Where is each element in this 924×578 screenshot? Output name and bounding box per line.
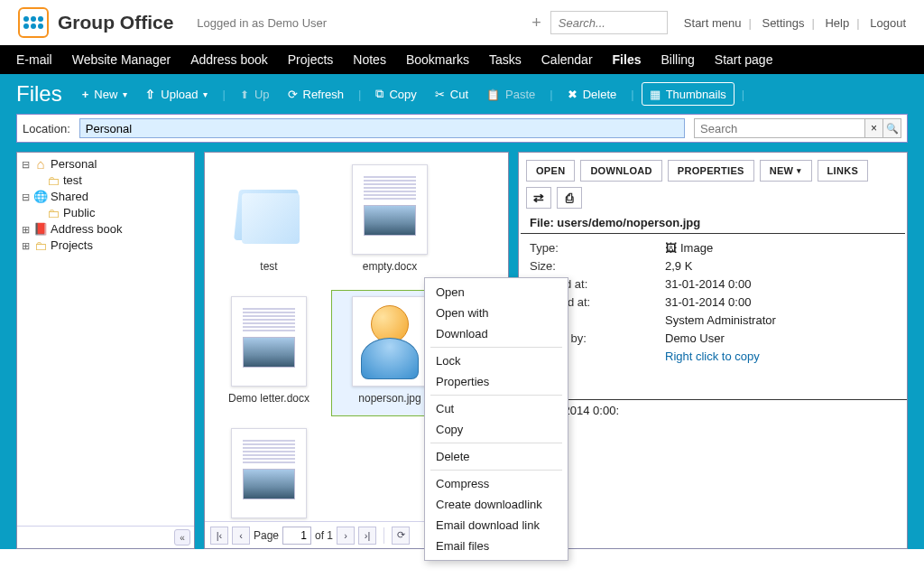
nav-projects[interactable]: Projects <box>288 52 334 67</box>
details-pane: OPEN DOWNLOAD PROPERTIES NEW▾ LINKS File… <box>518 152 908 549</box>
nav-website-manager[interactable]: Website Manager <box>72 52 171 67</box>
page-title: Files <box>16 81 62 107</box>
chevron-left-icon <box>180 533 185 543</box>
ctx-open[interactable]: Open <box>425 282 568 303</box>
ctx-compress[interactable]: Compress <box>425 473 568 494</box>
location-input[interactable] <box>79 118 685 138</box>
nav-calendar[interactable]: Calendar <box>541 52 593 67</box>
tree-toggle-icon[interactable]: ⊟ <box>21 156 31 172</box>
property-row: Created at:31-01-2014 0:00 <box>530 275 896 294</box>
upload-button[interactable]: Upload▾ <box>138 82 215 106</box>
pager-next-button[interactable]: › <box>337 527 355 545</box>
review-heading: review <box>519 382 907 400</box>
ctx-open-with[interactable]: Open with <box>425 303 568 323</box>
property-value: Demo User <box>665 330 896 348</box>
tree-item-label: Public <box>63 205 95 221</box>
copy-link[interactable]: Right click to copy <box>665 350 760 363</box>
global-search-input[interactable] <box>550 11 668 34</box>
property-value: 2,9 K <box>665 257 896 275</box>
file-item[interactable]: empty.odt <box>210 422 328 521</box>
nav-bookmarks[interactable]: Bookmarks <box>406 52 469 67</box>
file-path-heading: File: users/demo/noperson.jpg <box>521 216 905 234</box>
tree-toggle-icon[interactable]: ⊞ <box>21 238 31 254</box>
ctx-properties[interactable]: Properties <box>425 371 568 392</box>
refresh-button[interactable]: Refresh <box>281 82 352 106</box>
help-link[interactable]: Help <box>825 16 849 30</box>
tree-toggle-icon[interactable]: ⊟ <box>21 189 31 205</box>
properties-button[interactable]: PROPERTIES <box>668 160 754 182</box>
pager-page-label: Page <box>254 529 279 542</box>
ctx-copy[interactable]: Copy <box>425 419 568 440</box>
paste-button[interactable]: Paste <box>479 82 542 106</box>
file-item[interactable]: Demo letter.docx <box>210 290 328 416</box>
up-button[interactable]: Up <box>233 82 277 106</box>
delete-icon <box>568 88 578 101</box>
pager-of-label: of 1 <box>315 529 333 542</box>
print-icon <box>566 191 573 205</box>
nav-start-page[interactable]: Start page <box>715 52 773 67</box>
nav-tasks[interactable]: Tasks <box>489 52 522 67</box>
document-icon <box>237 303 300 380</box>
nav-address-book[interactable]: Address book <box>190 52 268 67</box>
pager-first-button[interactable]: |‹ <box>210 527 228 545</box>
pager-last-button[interactable]: ›| <box>358 527 376 545</box>
links-button[interactable]: LINKS <box>818 160 869 182</box>
new-dropdown-button[interactable]: NEW▾ <box>760 160 812 182</box>
delete-button[interactable]: Delete <box>560 82 624 106</box>
top-links: Start menu| Settings| Help| Logout <box>684 16 906 30</box>
paste-icon <box>486 88 500 101</box>
open-button[interactable]: OPEN <box>526 160 575 182</box>
cut-button[interactable]: Cut <box>428 82 476 106</box>
tree-item-projects[interactable]: ⊞Projects <box>19 238 192 254</box>
thumbnails-button[interactable]: Thumbnails <box>642 82 735 106</box>
tree-item-public[interactable]: Public <box>19 205 192 221</box>
add-icon[interactable]: + <box>531 14 541 33</box>
pager-refresh-button[interactable] <box>392 527 410 545</box>
property-value[interactable]: Right click to copy <box>665 348 896 366</box>
document-icon <box>358 171 421 248</box>
ctx-create-downloadlink[interactable]: Create downloadlink <box>425 494 568 515</box>
file-item[interactable]: empty.docx <box>331 158 448 284</box>
new-button[interactable]: New▾ <box>75 82 135 106</box>
grid-icon <box>650 88 661 101</box>
property-value: System Administrator <box>665 312 896 330</box>
avatar-icon <box>358 302 421 381</box>
swap-button[interactable] <box>526 187 551 209</box>
search-go-button[interactable] <box>883 118 901 138</box>
collapse-tree-button[interactable] <box>174 529 190 545</box>
ctx-download[interactable]: Download <box>425 323 568 344</box>
ctx-email-download-link[interactable]: Email download link <box>425 515 568 536</box>
ctx-cut[interactable]: Cut <box>425 398 568 419</box>
nav-billing[interactable]: Billing <box>661 52 694 67</box>
logout-link[interactable]: Logout <box>870 16 906 30</box>
download-button[interactable]: DOWNLOAD <box>580 160 661 182</box>
print-button[interactable] <box>557 187 582 209</box>
file-item-label: noperson.jpg <box>358 392 420 405</box>
copy-button[interactable]: Copy <box>368 82 423 106</box>
tree-item-shared[interactable]: ⊟Shared <box>19 189 192 205</box>
nav-notes[interactable]: Notes <box>353 52 386 67</box>
location-bar: Location: × <box>0 114 924 152</box>
ctx-lock[interactable]: Lock <box>425 350 568 371</box>
nav-files[interactable]: Files <box>613 52 642 67</box>
file-item[interactable]: test <box>210 158 328 284</box>
start-menu-link[interactable]: Start menu <box>684 16 742 30</box>
property-value: Image <box>665 239 896 257</box>
fold-icon <box>46 173 60 188</box>
book-icon <box>33 222 48 237</box>
logo-icon <box>18 7 49 38</box>
ctx-delete[interactable]: Delete <box>425 446 568 467</box>
folder-search-input[interactable] <box>694 118 865 138</box>
property-row: Type:Image <box>530 239 896 257</box>
tree-item-personal[interactable]: ⊟Personal <box>19 156 192 172</box>
tree-item-address-book[interactable]: ⊞Address book <box>19 221 192 238</box>
review-body: 31-01-2014 0:00: <box>519 400 907 421</box>
ctx-email-files[interactable]: Email files <box>425 536 568 556</box>
search-clear-button[interactable]: × <box>865 118 883 138</box>
nav-e-mail[interactable]: E-mail <box>16 52 52 67</box>
pager-prev-button[interactable]: ‹ <box>232 527 250 545</box>
tree-item-test[interactable]: test <box>19 172 192 189</box>
settings-link[interactable]: Settings <box>762 16 804 30</box>
tree-toggle-icon[interactable]: ⊞ <box>21 221 31 238</box>
pager-page-input[interactable] <box>282 527 311 545</box>
